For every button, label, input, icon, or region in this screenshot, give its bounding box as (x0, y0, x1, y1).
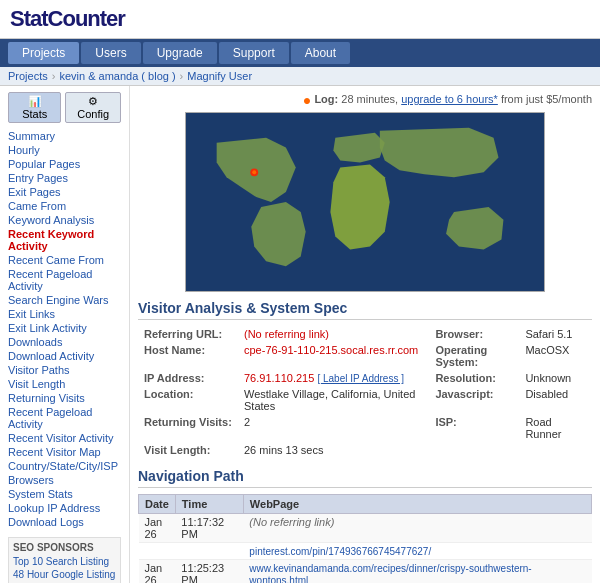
seo-sponsors-box: SEO SPONSORS Top 10 Search Listing 48 Ho… (8, 537, 121, 583)
log-dot: ● (303, 92, 311, 108)
col-date: Date (139, 495, 176, 514)
resolution-value: Unknown (519, 370, 592, 386)
no-ref: (No referring link) (249, 516, 334, 528)
referring-url-label: Referring URL: (138, 326, 238, 342)
breadcrumb-sep1: › (52, 70, 56, 82)
seo-link-1[interactable]: Top 10 Search Listing (13, 555, 116, 568)
sidebar-exit[interactable]: Exit Pages (8, 185, 121, 199)
ip-label-link[interactable]: [ Label IP Address ] (317, 373, 404, 384)
row-time: 11:17:32 PM (175, 514, 243, 543)
upgrade-link[interactable]: upgrade to 6 hours* (401, 93, 498, 105)
row-page: pinterest.com/pin/174936766745477627/ (243, 543, 591, 560)
row-page: www.kevinandamanda.com/recipes/dinner/cr… (243, 560, 591, 584)
seo-sponsors-title: SEO SPONSORS (13, 542, 116, 553)
sidebar-exit-link-activity[interactable]: Exit Link Activity (8, 321, 121, 335)
returning-value: 2 (238, 414, 429, 442)
svg-point-2 (252, 170, 256, 174)
sidebar-recent-keyword[interactable]: Recent Keyword Activity (8, 227, 121, 253)
ip-value-cell: 76.91.110.215 [ Label IP Address ] (238, 370, 429, 386)
location-label: Location: (138, 386, 238, 414)
referring-url-row: Referring URL: (No referring link) Brows… (138, 326, 592, 342)
nav-support[interactable]: Support (219, 42, 289, 64)
sidebar-lookup-ip[interactable]: Lookup IP Address (8, 501, 121, 515)
sidebar-visitor-paths[interactable]: Visitor Paths (8, 363, 121, 377)
sidebar-returning[interactable]: Returning Visits (8, 391, 121, 405)
breadcrumb-magnify[interactable]: Magnify User (187, 70, 252, 82)
nav-about[interactable]: About (291, 42, 350, 64)
table-row: pinterest.com/pin/174936766745477627/ (139, 543, 592, 560)
sidebar-download-logs[interactable]: Download Logs (8, 515, 121, 529)
visit-length-row: Visit Length: 26 mins 13 secs (138, 442, 592, 458)
sidebar-summary[interactable]: Summary (8, 129, 121, 143)
isp-label: ISP: (429, 414, 519, 442)
log-bar: ● Log: 28 minutes, upgrade to 6 hours* f… (138, 90, 592, 112)
sidebar-recent-came[interactable]: Recent Came From (8, 253, 121, 267)
resolution-label: Resolution: (429, 370, 519, 386)
table-row: Jan 2611:25:23 PMwww.kevinandamanda.com/… (139, 560, 592, 584)
visit-length-label: Visit Length: (138, 442, 238, 458)
ip-label: IP Address: (138, 370, 238, 386)
row-date: Jan 26 (139, 514, 176, 543)
ip-value: 76.91.110.215 (244, 372, 314, 384)
sidebar-recent-map[interactable]: Recent Visitor Map (8, 445, 121, 459)
sidebar-search-wars[interactable]: Search Engine Wars (8, 293, 121, 307)
col-time: Time (175, 495, 243, 514)
sidebar-download-activity[interactable]: Download Activity (8, 349, 121, 363)
host-name-row: Host Name: cpe-76-91-110-215.socal.res.r… (138, 342, 592, 370)
tab-config[interactable]: ⚙ Config (65, 92, 121, 123)
breadcrumb-blog[interactable]: kevin & amanda ( blog ) (59, 70, 175, 82)
world-map-svg (186, 113, 544, 291)
row-date: Jan 26 (139, 560, 176, 584)
page-link[interactable]: www.kevinandamanda.com/recipes/dinner/cr… (249, 563, 531, 583)
sidebar-country[interactable]: Country/State/City/ISP (8, 459, 121, 473)
os-label: Operating System: (429, 342, 519, 370)
browser-label: Browser: (429, 326, 519, 342)
sidebar-downloads[interactable]: Downloads (8, 335, 121, 349)
javascript-label: Javascript: (429, 386, 519, 414)
sidebar-recent-pageload2[interactable]: Recent Pageload Activity (8, 405, 121, 431)
sidebar-came-from[interactable]: Came From (8, 199, 121, 213)
nav-users[interactable]: Users (81, 42, 140, 64)
browser-value: Safari 5.1 (519, 326, 592, 342)
page-link[interactable]: pinterest.com/pin/174936766745477627/ (249, 546, 431, 557)
logo: StatCounter (10, 6, 590, 32)
nav-path-header: Date Time WebPage (139, 495, 592, 514)
host-label: Host Name: (138, 342, 238, 370)
sidebar-visit-length[interactable]: Visit Length (8, 377, 121, 391)
visitor-analysis-title: Visitor Analysis & System Spec (138, 300, 592, 320)
location-value: Westlake Village, California, United Sta… (238, 386, 429, 414)
isp-value: Road Runner (519, 414, 592, 442)
os-value: MacOSX (519, 342, 592, 370)
nav-upgrade[interactable]: Upgrade (143, 42, 217, 64)
referring-url-value: (No referring link) (238, 326, 429, 342)
breadcrumb-sep2: › (180, 70, 184, 82)
seo-link-2[interactable]: 48 Hour Google Listing (13, 568, 116, 581)
sidebar-exit-links[interactable]: Exit Links (8, 307, 121, 321)
sidebar-recent-pageload[interactable]: Recent Pageload Activity (8, 267, 121, 293)
row-page: (No referring link) (243, 514, 591, 543)
visitor-analysis-table: Referring URL: (No referring link) Brows… (138, 326, 592, 458)
nav-path-title: Navigation Path (138, 468, 592, 488)
sidebar-tabs: 📊 Stats ⚙ Config (8, 92, 121, 123)
host-value: cpe-76-91-110-215.socal.res.rr.com (238, 342, 429, 370)
sidebar-popular[interactable]: Popular Pages (8, 157, 121, 171)
breadcrumb-projects[interactable]: Projects (8, 70, 48, 82)
sidebar-keyword[interactable]: Keyword Analysis (8, 213, 121, 227)
tab-stats[interactable]: 📊 Stats (8, 92, 61, 123)
sidebar-recent-visitor[interactable]: Recent Visitor Activity (8, 431, 121, 445)
nav-path-body: Jan 2611:17:32 PM(No referring link)pint… (139, 514, 592, 584)
table-row: Jan 2611:17:32 PM(No referring link) (139, 514, 592, 543)
ip-row: IP Address: 76.91.110.215 [ Label IP Add… (138, 370, 592, 386)
returning-label: Returning Visits: (138, 414, 238, 442)
nav-path-table: Date Time WebPage Jan 2611:17:32 PM(No r… (138, 494, 592, 583)
nav-projects[interactable]: Projects (8, 42, 79, 64)
sidebar-hourly[interactable]: Hourly (8, 143, 121, 157)
row-date (139, 543, 176, 560)
visit-length-value: 26 mins 13 secs (238, 442, 429, 458)
sidebar-browsers[interactable]: Browsers (8, 473, 121, 487)
sidebar-system-stats[interactable]: System Stats (8, 487, 121, 501)
sidebar-entry[interactable]: Entry Pages (8, 171, 121, 185)
javascript-value: Disabled (519, 386, 592, 414)
main-layout: 📊 Stats ⚙ Config Summary Hourly Popular … (0, 86, 600, 583)
row-time (175, 543, 243, 560)
